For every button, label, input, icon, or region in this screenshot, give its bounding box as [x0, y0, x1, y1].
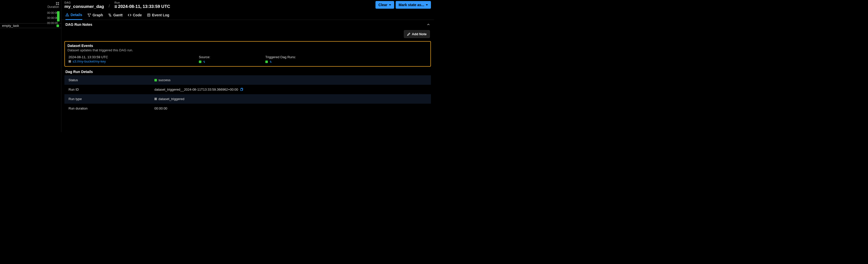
- detail-key: Run type: [68, 97, 154, 101]
- dataset-events-title: Dataset Events: [67, 44, 428, 48]
- tab-eventlog-label: Event Log: [152, 13, 169, 17]
- svg-rect-10: [148, 14, 150, 16]
- detail-row-runduration: Run duration 00:00:00: [64, 104, 431, 113]
- dataset-uri-link[interactable]: s3://my-bucket/my-key: [72, 60, 106, 63]
- pencil-icon: [407, 33, 410, 36]
- code-icon: [128, 13, 131, 17]
- tab-code[interactable]: Code: [128, 13, 142, 20]
- add-note-label: Add Note: [412, 32, 427, 36]
- svg-rect-13: [241, 89, 242, 91]
- caret-down-icon: [389, 4, 391, 6]
- runid-value: dataset_triggered__2024-08-11T13:33:59.3…: [154, 88, 238, 91]
- detail-key: Status: [68, 78, 154, 82]
- tab-graph[interactable]: Graph: [87, 13, 103, 20]
- tabs: Details Graph Gantt Code Event Log: [61, 10, 434, 20]
- content-scroll[interactable]: DAG Run Notes Add Note Dataset Events Da…: [61, 20, 434, 132]
- duration-tick: 00:00:00: [47, 16, 58, 20]
- status-square: [265, 61, 268, 63]
- detail-row-status: Status success: [64, 75, 431, 85]
- runtype-value: dataset_triggered: [158, 97, 184, 101]
- clear-button-label: Clear: [378, 3, 388, 7]
- caret-down-icon: [426, 4, 428, 6]
- tab-gantt[interactable]: Gantt: [108, 13, 123, 20]
- detail-key: Run duration: [68, 106, 154, 110]
- mark-state-button[interactable]: Mark state as...: [396, 1, 431, 9]
- svg-line-6: [88, 14, 89, 16]
- duration-label: Duration: [0, 5, 60, 9]
- dataset-icon: [115, 5, 117, 8]
- dataset-icon: [154, 98, 157, 100]
- svg-rect-8: [109, 15, 111, 15]
- status-square: [199, 61, 202, 63]
- duration-tick: 00:00:00: [47, 11, 58, 14]
- dataset-icon: [68, 60, 71, 63]
- duration-chart: Duration 00:00:00 00:00:00 00:00:00: [0, 5, 60, 26]
- task-row[interactable]: empty_task: [0, 23, 61, 28]
- breadcrumb-run-name[interactable]: 2024-08-11, 13:33:59 UTC: [118, 4, 170, 9]
- graph-icon: [87, 13, 91, 17]
- grid-view-panel: Duration 00:00:00 00:00:00 00:00:00 empt…: [0, 0, 61, 132]
- breadcrumb-run-label: Run: [115, 1, 170, 4]
- header-bar: DAG my_consumer_dag / Run 2024-08-11, 13…: [61, 0, 434, 9]
- clear-button[interactable]: Clear: [375, 1, 394, 9]
- warning-icon: [65, 13, 69, 16]
- svg-rect-9: [110, 16, 112, 16]
- breadcrumb-separator: /: [108, 4, 110, 9]
- breadcrumb: DAG my_consumer_dag / Run 2024-08-11, 13…: [64, 1, 170, 9]
- details-panel: DAG my_consumer_dag / Run 2024-08-11, 13…: [61, 0, 434, 132]
- breadcrumb-dag-name[interactable]: my_consumer_dag: [64, 4, 104, 9]
- dataset-events-subtitle: Dataset updates that triggered this DAG …: [67, 48, 428, 52]
- eventlog-icon: [147, 13, 151, 17]
- chevron-up-icon[interactable]: [427, 23, 430, 26]
- source-label: Source:: [199, 55, 265, 59]
- tab-graph-label: Graph: [93, 13, 103, 17]
- link-icon[interactable]: [203, 60, 206, 64]
- tab-gantt-label: Gantt: [113, 13, 123, 17]
- svg-point-1: [67, 15, 67, 16]
- status-square: [154, 79, 157, 81]
- copy-icon[interactable]: [240, 88, 243, 91]
- runduration-value: 00:00:00: [154, 106, 167, 110]
- notes-title: DAG Run Notes: [65, 23, 92, 27]
- mark-state-button-label: Mark state as...: [399, 3, 424, 7]
- tab-details[interactable]: Details: [65, 13, 82, 20]
- dataset-events-box: Dataset Events Dataset updates that trig…: [64, 41, 431, 67]
- task-name: empty_task: [2, 24, 19, 28]
- link-icon[interactable]: [269, 60, 273, 64]
- dataset-event-row: 2024-08-11, 13:33:59 UTC s3://my-bucket/…: [67, 54, 428, 65]
- status-value: success: [158, 78, 170, 82]
- tab-details-label: Details: [70, 13, 82, 17]
- task-status-square[interactable]: [57, 25, 59, 27]
- triggered-label: Triggered Dag Runs:: [265, 55, 427, 59]
- tab-code-label: Code: [133, 13, 142, 17]
- dag-run-details-title: Dag Run Details: [64, 68, 431, 75]
- detail-row-runid: Run ID dataset_triggered__2024-08-11T13:…: [64, 85, 431, 94]
- tab-eventlog[interactable]: Event Log: [147, 13, 169, 20]
- gantt-icon: [108, 13, 112, 17]
- add-note-button[interactable]: Add Note: [404, 30, 430, 38]
- detail-row-runtype: Run type dataset_triggered: [64, 94, 431, 104]
- notes-section-header[interactable]: DAG Run Notes: [64, 20, 431, 29]
- duration-bar: [57, 11, 60, 22]
- detail-key: Run ID: [68, 88, 154, 91]
- dataset-event-time: 2024-08-11, 13:33:59 UTC: [68, 55, 199, 59]
- svg-rect-7: [108, 14, 111, 14]
- breadcrumb-dag-label: DAG: [64, 1, 104, 4]
